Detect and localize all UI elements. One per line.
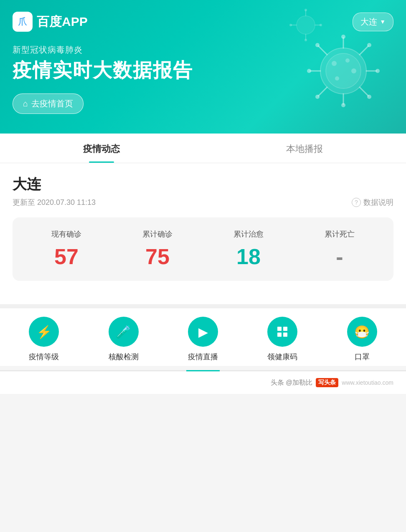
svg-point-9	[376, 69, 380, 73]
svg-line-10	[318, 46, 327, 55]
svg-point-28	[289, 24, 292, 26]
header-top-row: 爪 百度APP 大连 ▼	[13, 12, 393, 32]
city-title: 大连	[13, 175, 393, 194]
section-divider	[0, 304, 406, 308]
stat-value-total-recovered: 18	[203, 244, 294, 269]
watermark-text: 头条 @加勒比	[271, 378, 313, 387]
stat-current-confirmed: 现有确诊 57	[21, 229, 112, 269]
svg-point-15	[367, 43, 371, 47]
chevron-down-icon: ▼	[380, 18, 386, 25]
svg-point-5	[341, 103, 345, 107]
home-btn-label: 去疫情首页	[31, 98, 73, 109]
svg-point-24	[304, 9, 307, 11]
stat-value-total-deaths: -	[294, 244, 385, 269]
watermark-url: www.xietoutiao.com	[342, 379, 393, 386]
question-icon: ?	[352, 198, 361, 207]
toutiao-icon: 写头条	[316, 378, 338, 387]
epidemic-level-icon: ⚡	[29, 317, 59, 347]
home-page-button[interactable]: ⌂ 去疫情首页	[13, 93, 84, 114]
action-nucleic-test[interactable]: 🧪 核酸检测	[84, 317, 163, 362]
svg-line-14	[360, 46, 368, 55]
app-title: 百度APP	[37, 13, 88, 30]
svg-point-3	[341, 35, 345, 39]
baidu-logo: 爪 百度APP	[13, 12, 88, 32]
svg-rect-32	[277, 327, 282, 331]
svg-point-20	[351, 68, 356, 73]
svg-text:爪: 爪	[18, 16, 27, 27]
stat-total-recovered: 累计治愈 18	[203, 229, 294, 269]
live-broadcast-icon: ▶	[188, 317, 218, 347]
stat-label-total-confirmed: 累计确诊	[112, 229, 203, 239]
svg-point-13	[367, 95, 371, 99]
header-banner: 爪 百度APP 大连 ▼ 新型冠状病毒肺炎 疫情实时大数据报告 ⌂ 去疫情首页	[0, 0, 406, 134]
quick-actions-row: ⚡ 疫情等级 🧪 核酸检测 ▶ 疫情直播 领健康码 😷 口罩	[0, 308, 406, 366]
action-live-broadcast[interactable]: ▶ 疫情直播	[163, 317, 243, 362]
action-label-live-broadcast: 疫情直播	[188, 352, 218, 362]
tab-local-broadcast[interactable]: 本地播报	[203, 134, 406, 163]
svg-point-7	[307, 69, 311, 73]
bottom-nav-indicator	[0, 370, 406, 371]
svg-point-21	[335, 76, 339, 81]
svg-point-22	[297, 16, 315, 34]
update-time: 更新至 2020.07.30 11:13	[13, 197, 96, 207]
svg-line-12	[360, 87, 368, 96]
stat-total-deaths: 累计死亡 -	[294, 229, 385, 269]
stats-card: 现有确诊 57 累计确诊 75 累计治愈 18 累计死亡 -	[13, 217, 393, 281]
svg-point-19	[345, 58, 350, 63]
mask-icon: 😷	[347, 317, 377, 347]
svg-point-26	[304, 39, 307, 41]
stat-label-current-confirmed: 现有确诊	[21, 229, 112, 239]
toutiao-logo: 写头条	[316, 378, 338, 387]
main-content: 大连 更新至 2020.07.30 11:13 ? 数据说明 现有确诊 57 累…	[0, 163, 406, 304]
location-label: 大连	[360, 16, 377, 28]
stat-value-total-confirmed: 75	[112, 244, 203, 269]
action-label-epidemic-level: 疫情等级	[29, 352, 59, 362]
home-icon: ⌂	[23, 99, 28, 108]
footer-watermark: 头条 @加勒比 写头条 www.xietoutiao.com	[0, 371, 406, 394]
action-mask[interactable]: 😷 口罩	[322, 317, 402, 362]
svg-rect-35	[283, 333, 287, 337]
svg-line-16	[318, 87, 327, 96]
data-note-label: 数据说明	[363, 197, 393, 207]
svg-rect-33	[283, 327, 287, 331]
stat-label-total-deaths: 累计死亡	[294, 229, 385, 239]
stat-label-total-recovered: 累计治愈	[203, 229, 294, 239]
health-code-icon	[267, 317, 297, 347]
action-label-mask: 口罩	[355, 352, 370, 362]
action-health-code[interactable]: 领健康码	[243, 317, 322, 362]
stat-total-confirmed: 累计确诊 75	[112, 229, 203, 269]
svg-point-11	[315, 43, 320, 47]
svg-rect-34	[277, 333, 282, 337]
svg-point-17	[315, 95, 320, 99]
action-epidemic-level[interactable]: ⚡ 疫情等级	[4, 317, 84, 362]
baidu-icon: 爪	[13, 12, 33, 32]
stat-value-current-confirmed: 57	[21, 244, 112, 269]
virus-decoration-large	[306, 33, 381, 108]
update-row: 更新至 2020.07.30 11:13 ? 数据说明	[13, 197, 393, 207]
action-label-nucleic-test: 核酸检测	[109, 352, 139, 362]
svg-point-18	[332, 61, 337, 66]
svg-point-30	[320, 24, 322, 26]
location-button[interactable]: 大连 ▼	[353, 13, 393, 31]
action-label-health-code: 领健康码	[267, 352, 297, 362]
virus-decoration-small	[289, 8, 322, 42]
data-note-button[interactable]: ? 数据说明	[352, 197, 393, 207]
tabs-container: 疫情动态 本地播报	[0, 134, 406, 163]
tab-epidemic-dynamics[interactable]: 疫情动态	[0, 134, 203, 163]
nucleic-test-icon: 🧪	[109, 317, 139, 347]
